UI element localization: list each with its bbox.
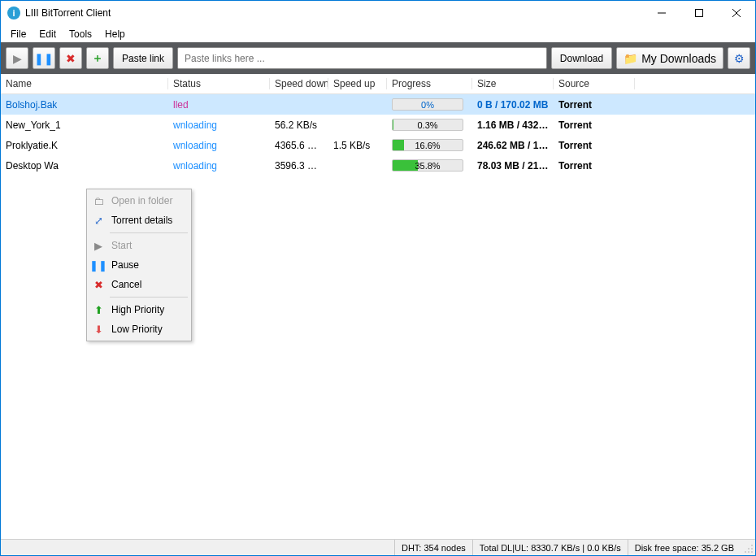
cell-name: Desktop Wa [1, 160, 168, 172]
svg-point-6 [751, 548, 753, 549]
pause-icon: ❚❚ [34, 52, 54, 65]
menubar: File Edit Tools Help [1, 25, 755, 42]
cell-speed-down: 4365.6 KB/s [270, 140, 328, 151]
paste-links-input[interactable] [177, 47, 547, 69]
col-size[interactable]: Size [472, 78, 554, 89]
cm-separator [110, 297, 188, 298]
svg-point-9 [751, 551, 753, 553]
cm-separator [110, 232, 188, 233]
col-speed-down[interactable]: Speed down [270, 78, 328, 89]
col-source[interactable]: Source [554, 78, 635, 89]
svg-point-8 [748, 551, 749, 553]
my-downloads-button[interactable]: 📁 My Downloads [616, 47, 723, 69]
cell-size: 246.62 MB / 1.4... [472, 140, 554, 151]
cm-pause[interactable]: ❚❚ Pause [89, 255, 189, 275]
cm-start[interactable]: ▶ Start [89, 236, 189, 255]
status-dht: DHT: 354 nodes [394, 540, 472, 555]
cell-speed-up: 1.5 KB/s [328, 140, 387, 151]
maximize-button[interactable] [680, 1, 718, 25]
table-body: Bolshoj.Baklled0%0 B / 170.02 MBTorrentN… [1, 94, 755, 176]
details-icon: ⤢ [92, 215, 105, 227]
progress-bar: 0.3% [392, 119, 463, 131]
cell-name: New_York_1 [1, 119, 168, 131]
close-button[interactable] [718, 1, 755, 25]
progress-label: 35.8% [393, 160, 463, 171]
cell-name: Bolshoj.Bak [1, 99, 168, 111]
cell-name: Proklyatie.K [1, 140, 168, 151]
table-row[interactable]: Proklyatie.Kwnloading4365.6 KB/s1.5 KB/s… [1, 135, 755, 155]
cell-source: Torrent [554, 99, 635, 111]
cancel-icon: ✖ [66, 52, 76, 65]
titlebar: i LIII BitTorrent Client [1, 0, 755, 25]
cm-high-label: High Priority [111, 304, 164, 315]
download-button[interactable]: Download [551, 47, 612, 69]
play-icon: ▶ [92, 240, 105, 252]
cm-cancel[interactable]: ✖ Cancel [89, 275, 189, 294]
statusbar: DHT: 354 nodes Total DL|UL: 8330.7 KB/s … [1, 539, 755, 555]
cm-pause-label: Pause [111, 259, 139, 271]
svg-point-7 [745, 551, 746, 553]
start-button[interactable]: ▶ [6, 47, 28, 69]
arrow-down-icon: ⬇ [92, 324, 105, 336]
cell-source: Torrent [554, 140, 635, 151]
cm-open-in-folder[interactable]: 🗀 Open in folder [89, 191, 189, 211]
cm-start-label: Start [111, 240, 132, 251]
cell-size: 0 B / 170.02 MB [472, 99, 554, 111]
paste-link-button[interactable]: Paste link [113, 47, 173, 69]
arrow-up-icon: ⬆ [92, 304, 105, 316]
plus-icon: ＋ [92, 51, 103, 66]
cell-status: wnloading [168, 160, 270, 172]
play-icon: ▶ [13, 52, 22, 65]
cm-high-priority[interactable]: ⬆ High Priority [89, 300, 189, 319]
col-speed-up[interactable]: Speed up [328, 78, 387, 89]
window-controls [643, 1, 755, 25]
cell-status: wnloading [168, 119, 270, 131]
cell-status: wnloading [168, 140, 270, 151]
minimize-button[interactable] [643, 1, 680, 25]
status-dlul: Total DL|UL: 8330.7 KB/s | 0.0 KB/s [472, 540, 628, 555]
col-name[interactable]: Name [1, 78, 168, 89]
menu-file[interactable]: File [4, 27, 33, 41]
col-status[interactable]: Status [168, 78, 270, 89]
cell-source: Torrent [554, 160, 635, 172]
progress-bar: 35.8% [392, 159, 463, 172]
menu-edit[interactable]: Edit [33, 27, 63, 41]
my-downloads-label: My Downloads [641, 52, 716, 65]
progress-bar: 16.6% [392, 139, 463, 151]
table-row[interactable]: New_York_1wnloading56.2 KB/s0.3%1.16 MB … [1, 115, 755, 135]
cm-details-label: Torrent details [111, 215, 172, 226]
cell-status: lled [168, 99, 270, 111]
folder-open-icon: 🗀 [92, 195, 105, 207]
cm-torrent-details[interactable]: ⤢ Torrent details [89, 211, 189, 230]
progress-label: 0% [393, 99, 463, 110]
menu-help[interactable]: Help [98, 27, 132, 41]
table-row[interactable]: Bolshoj.Baklled0%0 B / 170.02 MBTorrent [1, 94, 755, 115]
cell-progress: 0% [387, 98, 472, 111]
svg-point-4 [751, 545, 753, 546]
folder-icon: 📁 [623, 52, 637, 65]
cm-cancel-label: Cancel [111, 279, 141, 290]
context-menu: 🗀 Open in folder ⤢ Torrent details ▶ Sta… [86, 189, 192, 341]
pause-button[interactable]: ❚❚ [33, 47, 55, 69]
settings-button[interactable]: ⚙ [728, 47, 750, 69]
gear-icon: ⚙ [734, 52, 745, 65]
add-button[interactable]: ＋ [86, 47, 109, 69]
cm-low-priority[interactable]: ⬇ Low Priority [89, 319, 189, 339]
status-disk: Disk free space: 35.2 GB [628, 540, 741, 555]
cm-low-label: Low Priority [111, 324, 163, 335]
progress-label: 16.6% [393, 140, 463, 150]
cancel-icon: ✖ [92, 279, 105, 291]
torrent-table: Name Status Speed down Speed up Progress… [1, 74, 755, 539]
col-progress[interactable]: Progress [387, 78, 472, 89]
table-header: Name Status Speed down Speed up Progress… [1, 74, 755, 94]
cell-size: 1.16 MB / 432.0... [472, 119, 554, 131]
app-icon: i [7, 7, 20, 20]
cell-progress: 16.6% [387, 139, 472, 151]
cancel-button[interactable]: ✖ [59, 47, 82, 69]
menu-tools[interactable]: Tools [63, 27, 98, 41]
toolbar: ▶ ❚❚ ✖ ＋ Paste link Download 📁 My Downlo… [1, 42, 755, 74]
resize-grip-icon[interactable] [744, 544, 754, 554]
svg-rect-1 [696, 10, 703, 17]
svg-point-5 [748, 548, 749, 549]
table-row[interactable]: Desktop Wawnloading3596.3 KB/s35.8%78.03… [1, 155, 755, 176]
